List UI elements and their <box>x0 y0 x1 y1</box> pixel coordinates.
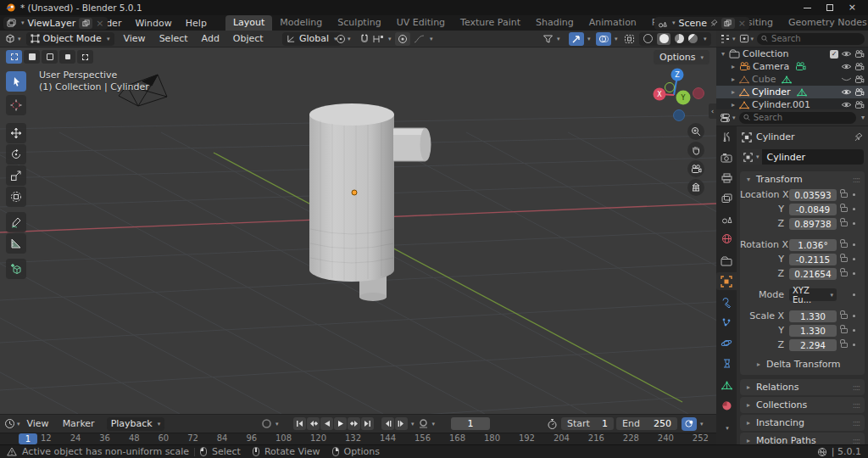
outliner-search-input[interactable] <box>771 34 860 43</box>
ruler-tick[interactable]: 216 <box>588 433 604 443</box>
eye-open-icon[interactable] <box>841 50 852 58</box>
animate-dot[interactable] <box>853 272 855 275</box>
animate-dot[interactable] <box>853 344 855 346</box>
3d-viewport[interactable]: User Perspective (1) Collection | Cylind… <box>0 47 716 414</box>
lock-icon[interactable] <box>841 328 848 333</box>
viewport-menu-object[interactable]: Object <box>229 33 268 44</box>
drag-handle-icon[interactable]: :::: <box>853 401 860 410</box>
delta-transform-subpanel[interactable]: ▸Delta Transform <box>740 352 865 370</box>
tab-world[interactable] <box>716 230 737 248</box>
tab-sculpting[interactable]: Sculpting <box>330 15 388 31</box>
rotation-z-field[interactable]: 0.21654 <box>789 268 837 280</box>
ruler-tick[interactable]: 132 <box>345 433 361 443</box>
rotation-x-field[interactable]: 1.036° <box>789 239 837 251</box>
tab-object[interactable] <box>716 272 737 290</box>
frame-back-button[interactable] <box>381 417 394 430</box>
expand-icon[interactable]: ▸ <box>730 88 737 96</box>
pin-icon[interactable] <box>854 132 863 142</box>
network-icon[interactable] <box>817 447 827 457</box>
eye-closed-icon[interactable] <box>841 75 852 83</box>
scale-x-field[interactable]: 1.330 <box>789 310 837 322</box>
select-mode-set[interactable] <box>6 50 22 64</box>
snapping-controls[interactable]: ▾ <box>359 34 392 44</box>
transform-panel-header[interactable]: ▾ Transform :::: <box>740 171 865 187</box>
ruler-tick[interactable]: 120 <box>310 433 326 443</box>
drag-handle-icon[interactable]: :::: <box>853 437 860 445</box>
render-restrict-icon[interactable] <box>854 88 865 97</box>
start-frame-field[interactable]: Start 1 <box>561 417 614 430</box>
close-icon[interactable]: × <box>849 3 856 12</box>
lock-icon[interactable] <box>841 243 848 248</box>
visibility-filter-dropdown[interactable]: ▾ <box>542 34 560 44</box>
show-gizmo-toggle[interactable]: ▾ <box>569 32 591 46</box>
outliner-filter-button[interactable]: ▾ <box>739 34 754 43</box>
new-view-layer-button[interactable] <box>79 18 92 29</box>
chevron-down-icon[interactable]: ▾ <box>411 421 415 427</box>
jump-to-start-button[interactable] <box>293 417 306 430</box>
viewport-menu-select[interactable]: Select <box>155 33 192 44</box>
panel-relations[interactable]: ▸Relations:::: <box>740 379 865 395</box>
tabs-overflow[interactable]: ▾ <box>716 419 737 437</box>
play-button[interactable] <box>334 417 347 430</box>
gizmo-z-negative[interactable] <box>674 110 685 121</box>
orthographic-toggle-button[interactable] <box>687 179 704 196</box>
select-mode-subtract[interactable] <box>42 50 58 64</box>
tab-animation[interactable]: Animation <box>581 15 644 31</box>
tab-object-data[interactable] <box>716 377 737 394</box>
sync-dropdown[interactable]: ▾ <box>261 418 279 429</box>
lock-icon[interactable] <box>841 314 848 319</box>
collection-checkbox[interactable]: ✓ <box>830 50 838 59</box>
rotation-mode-dropdown[interactable]: XYZ Eu...▾ <box>789 288 837 301</box>
tool-rotate[interactable] <box>6 144 26 165</box>
shading-wireframe-icon[interactable] <box>643 34 653 43</box>
end-frame-field[interactable]: End 250 <box>616 417 677 430</box>
timeline-menu-marker[interactable]: Marker <box>56 418 102 429</box>
tool-transform[interactable] <box>6 187 26 207</box>
menu-help[interactable]: Help <box>179 18 214 29</box>
drag-handle-icon[interactable]: :::: <box>853 419 860 427</box>
ruler-tick[interactable]: 36 <box>99 433 110 443</box>
keying-icon[interactable] <box>682 417 697 431</box>
render-restrict-icon[interactable] <box>854 63 865 71</box>
lock-icon[interactable] <box>841 193 848 198</box>
mesh-data-icon[interactable] <box>782 75 792 84</box>
shading-rendered-icon[interactable] <box>688 34 698 43</box>
snap-target-dropdown[interactable]: ▾ <box>336 34 351 44</box>
tool-select-box[interactable] <box>6 71 26 92</box>
render-restrict-icon[interactable] <box>854 101 865 109</box>
animate-dot[interactable] <box>853 193 855 196</box>
collapse-icon[interactable]: ▾ <box>745 176 752 183</box>
lock-icon[interactable] <box>841 221 848 226</box>
play-reverse-button[interactable] <box>320 417 333 430</box>
tab-material[interactable] <box>716 397 737 415</box>
scale-z-field[interactable]: 2.294 <box>789 339 837 351</box>
ruler-tick[interactable]: 204 <box>554 433 570 443</box>
timeline-overlay-dropdown[interactable]: ▾ <box>682 417 704 431</box>
options-dropdown[interactable]: Options ▾ <box>654 50 709 64</box>
viewport-menu-view[interactable]: View <box>120 33 150 44</box>
tool-cursor[interactable] <box>6 95 26 115</box>
ruler-tick[interactable]: 180 <box>484 433 500 443</box>
playback-menu[interactable]: Playback ▾ <box>107 417 165 431</box>
animate-dot[interactable] <box>853 293 855 296</box>
render-restrict-icon[interactable] <box>854 75 865 84</box>
viewport-menu-add[interactable]: Add <box>198 33 224 44</box>
outliner-row-cylinder-001[interactable]: ▸ Cylinder.001 <box>716 98 868 109</box>
overlays-icon[interactable] <box>596 32 611 46</box>
outliner-search[interactable] <box>757 33 865 45</box>
animate-dot[interactable] <box>853 208 855 210</box>
tab-collection[interactable] <box>716 252 737 270</box>
tool-move[interactable] <box>6 123 26 143</box>
expand-icon[interactable]: ▸ <box>730 101 737 109</box>
lock-icon[interactable] <box>841 271 848 276</box>
timeline-menu-view[interactable]: View <box>20 418 56 429</box>
panel-collections[interactable]: ▸Collections:::: <box>740 397 865 413</box>
ruler-tick[interactable]: 252 <box>693 433 709 443</box>
tab-shading[interactable]: Shading <box>528 15 581 31</box>
tab-modifiers[interactable] <box>716 293 737 311</box>
collection-label[interactable]: Collection <box>743 48 788 59</box>
location-z-field[interactable]: 0.89738 <box>789 218 837 230</box>
panel-motion-paths[interactable]: ▸Motion Paths:::: <box>740 433 865 444</box>
object-name-field[interactable]: Cylinder <box>762 149 864 165</box>
animate-dot[interactable] <box>853 315 855 317</box>
